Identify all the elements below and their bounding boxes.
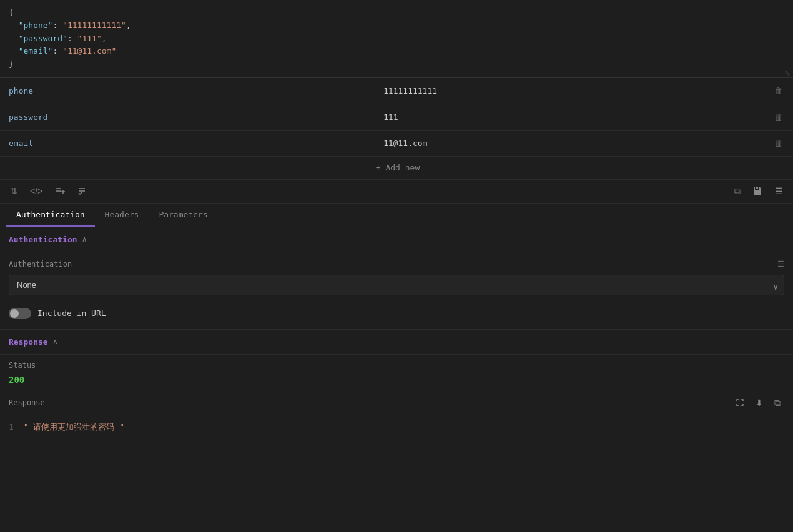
params-table: phone 11111111111 🗑 password 111 🗑 email… <box>0 78 793 180</box>
param-key-password: password <box>0 106 375 128</box>
param-key-phone: phone <box>0 80 375 102</box>
authentication-section: Authentication ∧ Authentication ☰ None B… <box>0 227 793 329</box>
check-lines-icon <box>77 186 87 196</box>
delete-password-button[interactable]: 🗑 <box>768 112 793 122</box>
tabs-bar: Authentication Headers Parameters <box>0 204 793 227</box>
save-icon <box>753 187 762 196</box>
authentication-label-row: Authentication ☰ <box>0 252 793 271</box>
tab-headers[interactable]: Headers <box>95 204 149 227</box>
add-line-button[interactable] <box>51 184 69 199</box>
toolbar: ⇅ </> ⧉ ☰ <box>0 180 793 204</box>
chevron-up-icon: ∧ <box>82 235 87 244</box>
code-button[interactable]: </> <box>26 184 46 199</box>
param-value-phone: 11111111111 <box>375 80 768 102</box>
json-editor[interactable]: { "phone": "11111111111", "password": "1… <box>0 0 793 78</box>
tab-parameters[interactable]: Parameters <box>149 204 217 227</box>
response-title: Response <box>9 337 48 347</box>
authentication-label: Authentication <box>9 260 72 268</box>
save-button[interactable] <box>749 184 766 199</box>
table-row: phone 11111111111 🗑 <box>0 78 793 104</box>
expand-icon <box>736 398 744 407</box>
response-label-row: Response ⬇ ⧉ <box>0 390 793 416</box>
authentication-body: Authentication ☰ None Basic Auth Bearer … <box>0 252 793 329</box>
authentication-options-icon[interactable]: ☰ <box>777 260 784 268</box>
toggle-label: Include in URL <box>37 308 106 318</box>
response-toolbar: ⬇ ⧉ <box>732 395 784 411</box>
response-section: Response ∧ Status 200 Response ⬇ ⧉ 1" 请使… <box>0 330 793 453</box>
sort-button[interactable]: ⇅ <box>6 184 21 199</box>
status-label: Status <box>0 355 793 372</box>
response-body: 1" 请使用更加强壮的密码 " <box>0 416 793 453</box>
json-content: { "phone": "11111111111", "password": "1… <box>9 6 784 71</box>
response-text: " 请使用更加强壮的密码 " <box>24 422 124 431</box>
param-key-email: email <box>0 132 375 154</box>
delete-phone-button[interactable]: 🗑 <box>768 86 793 96</box>
add-line-icon <box>55 186 65 196</box>
copy-button[interactable]: ⧉ <box>731 184 744 199</box>
toolbar-right: ⧉ ☰ <box>731 184 787 199</box>
check-lines-button[interactable] <box>74 184 91 199</box>
response-section-header[interactable]: Response ∧ <box>0 330 793 355</box>
authentication-dropdown[interactable]: None Basic Auth Bearer Token API Key <box>9 275 784 295</box>
param-value-password: 111 <box>375 106 768 128</box>
table-row: email 11@11.com 🗑 <box>0 131 793 157</box>
status-value: 200 <box>0 372 793 390</box>
download-button[interactable]: ⬇ <box>752 395 767 410</box>
response-label: Response <box>9 398 45 407</box>
line-number: 1 <box>9 422 14 431</box>
resize-handle[interactable]: ⤡ <box>784 69 791 77</box>
copy-response-button[interactable]: ⧉ <box>771 395 784 411</box>
response-chevron-icon: ∧ <box>53 337 57 346</box>
tab-authentication[interactable]: Authentication <box>6 204 95 227</box>
toolbar-left: ⇅ </> <box>6 184 91 199</box>
delete-email-button[interactable]: 🗑 <box>768 139 793 148</box>
menu-button[interactable]: ☰ <box>771 184 787 199</box>
authentication-title: Authentication <box>9 235 77 244</box>
param-value-email: 11@11.com <box>375 132 768 154</box>
authentication-dropdown-wrap: None Basic Auth Bearer Token API Key ∨ <box>0 271 793 303</box>
table-row: password 111 🗑 <box>0 104 793 131</box>
add-new-button[interactable]: + Add new <box>0 157 793 179</box>
include-url-toggle[interactable] <box>9 308 31 319</box>
add-new-label: + Add new <box>376 163 420 172</box>
expand-button[interactable] <box>732 396 748 410</box>
authentication-section-header[interactable]: Authentication ∧ <box>0 227 793 252</box>
toggle-row: Include in URL <box>0 303 793 329</box>
